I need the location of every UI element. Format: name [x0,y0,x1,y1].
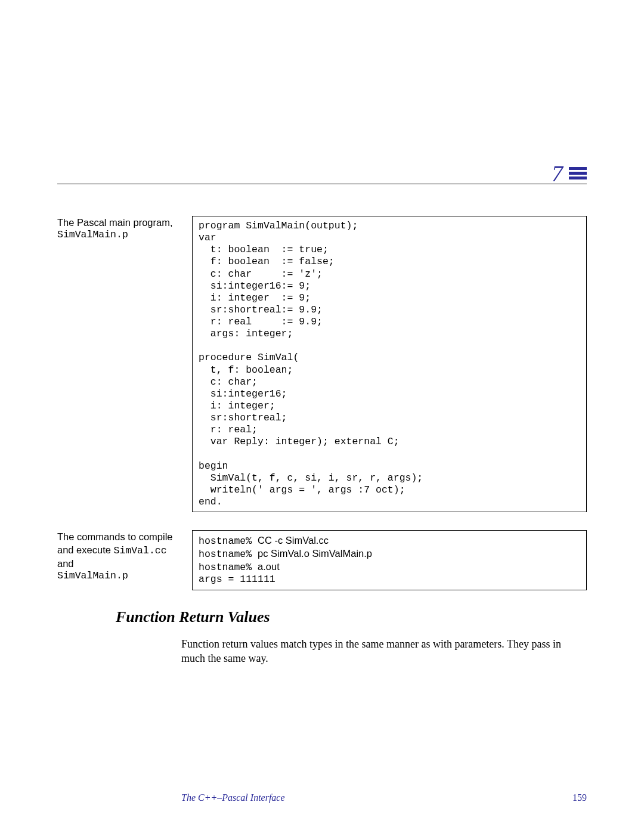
cmd-3: a.out [258,561,280,572]
terminal-output: hostname% CC -c SimVal.cchostname% pc Si… [199,534,580,586]
output-line: args = 111111 [199,574,275,585]
page-content: The Pascal main program, SimValMain.p pr… [57,216,587,665]
chapter-number: 7 [552,160,563,187]
prompt-1: hostname% [199,535,258,547]
chapter-header: 7 [57,160,587,187]
label-text: The Pascal main program, [57,217,173,228]
label-text-2b: and [57,558,74,569]
code-block-1-label: The Pascal main program, SimValMain.p [57,216,181,512]
code-listing-1: program SimValMain(output); var t: boole… [199,220,580,508]
label-file-1: SimVal.cc [114,545,167,556]
code-box-2: hostname% CC -c SimVal.cchostname% pc Si… [192,530,587,590]
section-heading: Function Return Values [116,608,587,626]
menu-bars-icon [569,166,587,181]
code-block-1: The Pascal main program, SimValMain.p pr… [57,216,587,512]
prompt-2: hostname% [199,549,258,560]
code-box-1: program SimValMain(output); var t: boole… [192,216,587,512]
svg-rect-1 [569,172,587,175]
footer-page-number: 159 [572,792,587,803]
header-rule [57,184,587,184]
code-block-2: The commands to compile and execute SimV… [57,530,587,590]
page-footer: The C++–Pascal Interface 159 [57,792,587,803]
svg-rect-2 [569,176,587,179]
label-filename: SimValMain.p [57,229,128,240]
prompt-3: hostname% [199,562,258,573]
cmd-1: CC -c SimVal.cc [258,535,329,546]
body-paragraph: Function return values match types in th… [181,637,587,666]
code-block-2-label: The commands to compile and execute SimV… [57,530,181,590]
svg-rect-0 [569,167,587,170]
label-file-2: SimValMain.p [57,570,128,581]
cmd-2: pc SimVal.o SimValMain.p [258,548,372,559]
footer-chapter-title: The C++–Pascal Interface [181,792,285,803]
